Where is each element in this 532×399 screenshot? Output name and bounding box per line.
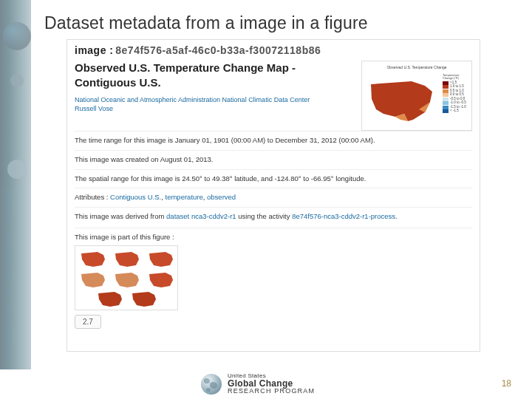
meta-derived: This image was derived from dataset nca3… — [75, 207, 472, 226]
figure-thumbnail[interactable] — [75, 245, 178, 310]
meta-figure: This image is part of this figure : 2.7 — [75, 228, 472, 333]
activity-link[interactable]: 8e74f576-nca3-cddv2-r1-process — [292, 212, 395, 220]
metadata-panel: image : 8e74f576-a5af-46c0-b33a-f3007211… — [66, 39, 480, 352]
attr-link[interactable]: temperature — [166, 193, 203, 201]
map-legend: Temperature Change (°F) >1.5 1.0 to 1.5 … — [443, 74, 468, 114]
image-title: Observed U.S. Temperature Change Map - C… — [75, 61, 354, 91]
program-logo: United States Global Change RESEARCH PRO… — [201, 373, 315, 395]
decorative-left-strip — [0, 0, 31, 399]
image-label: image : — [75, 44, 114, 56]
us-map-icon — [367, 77, 441, 124]
map-thumbnail[interactable]: Observed U.S. Temperature Change Tempera… — [361, 61, 472, 131]
meta-attributes: Attributes : Contiguous U.S., temperatur… — [75, 188, 472, 207]
slide-footer: United States Global Change RESEARCH PRO… — [0, 369, 532, 399]
person-link[interactable]: Russell Vose — [75, 105, 113, 112]
slide-title: Dataset metadata from a image in a figur… — [44, 13, 368, 33]
meta-created: This image was created on August 01, 201… — [75, 150, 472, 169]
logo-line3: RESEARCH PROGRAM — [228, 388, 315, 395]
attr-link[interactable]: observed — [207, 193, 236, 201]
attr-link[interactable]: Contiguous U.S. — [110, 193, 161, 201]
figure-number-badge[interactable]: 2.7 — [75, 315, 101, 330]
meta-time-range: The time range for this image is January… — [75, 131, 472, 150]
page-number: 18 — [502, 378, 511, 389]
credits: National Oceanic and Atmospheric Adminis… — [75, 95, 354, 114]
image-id: 8e74f576-a5af-46c0-b33a-f30072118b86 — [115, 44, 321, 56]
meta-spatial: The spatial range for this image is 24.5… — [75, 169, 472, 188]
org-link[interactable]: National Oceanic and Atmospheric Adminis… — [75, 96, 310, 103]
map-thumb-title: Observed U.S. Temperature Change — [364, 65, 469, 69]
globe-icon — [201, 374, 222, 395]
image-header: image : 8e74f576-a5af-46c0-b33a-f3007211… — [75, 44, 472, 56]
dataset-link[interactable]: dataset nca3-cddv2-r1 — [166, 212, 236, 220]
